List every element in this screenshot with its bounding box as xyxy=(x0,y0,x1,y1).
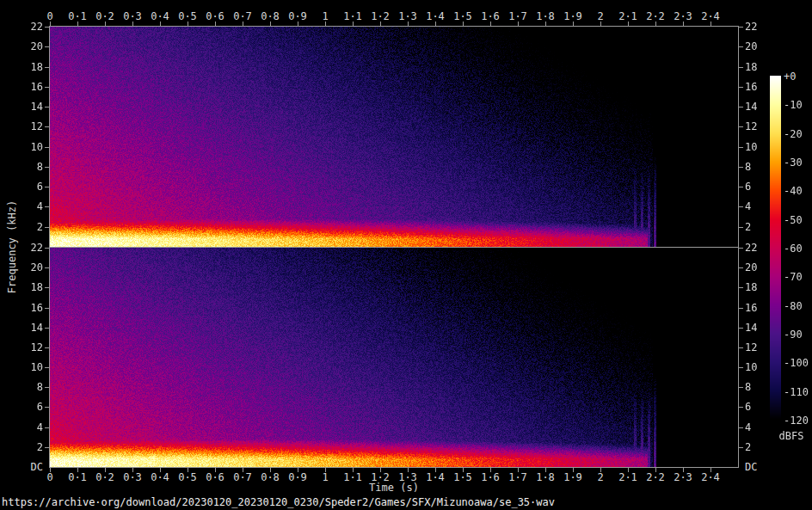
freq-tick-left xyxy=(45,347,49,348)
freq-tick-label-left: 14 xyxy=(15,323,43,333)
freq-tick-left xyxy=(45,447,49,448)
freq-tick-label-left: 2 xyxy=(15,222,43,232)
freq-tick-label-left: 6 xyxy=(15,402,43,412)
time-axis-label: Time (s) xyxy=(369,482,419,494)
freq-tick-label-left: 20 xyxy=(15,41,43,52)
time-tick-label-top: 2·4 xyxy=(690,11,731,22)
freq-tick-right xyxy=(739,367,743,368)
freq-tick-right xyxy=(739,407,743,408)
freq-tick-label-left: 14 xyxy=(15,101,43,112)
freq-dc-label-left: DC xyxy=(15,462,43,472)
freq-dc-label-right: DC xyxy=(745,462,773,472)
freq-tick-right xyxy=(739,67,743,68)
freq-tick-label-left: 2 xyxy=(15,442,43,452)
freq-tick-right xyxy=(739,347,743,348)
plot-left-border xyxy=(49,26,50,468)
freq-tick-right xyxy=(739,187,743,187)
freq-tick-left xyxy=(45,248,49,249)
freq-tick-left xyxy=(45,227,49,228)
freq-tick-label-left: 8 xyxy=(15,382,43,392)
freq-tick-left xyxy=(45,427,49,428)
freq-tick-right xyxy=(739,46,743,47)
freq-tick-right xyxy=(739,387,743,388)
freq-tick-label-left: 18 xyxy=(15,282,43,292)
freq-tick-label-left: 16 xyxy=(15,82,43,92)
freq-tick-right xyxy=(739,87,743,88)
colorbar-tick-label: -120 xyxy=(784,415,812,426)
freq-tick-label-right: 4 xyxy=(745,422,773,433)
colorbar-tick-label: -90 xyxy=(784,329,812,340)
channel-divider-line xyxy=(49,247,739,248)
freq-tick-label-left: 6 xyxy=(15,181,43,192)
colorbar-tick-label: -30 xyxy=(784,157,812,168)
colorbar-tick-label: -60 xyxy=(784,243,812,254)
freq-tick-label-left: 4 xyxy=(15,201,43,212)
colorbar-tick-label: -50 xyxy=(784,215,812,225)
freq-tick-left xyxy=(45,308,49,309)
freq-tick-label-left: 12 xyxy=(15,121,43,132)
spectrogram-page: Frequency (kHz) 000·10·10·20·20·30·30·40… xyxy=(0,0,812,510)
freq-tick-right xyxy=(739,427,743,428)
freq-tick-label-left: 12 xyxy=(15,342,43,353)
freq-tick-left xyxy=(45,167,49,168)
freq-tick-label-right: 2 xyxy=(745,442,773,452)
freq-tick-right xyxy=(739,267,743,268)
freq-tick-right xyxy=(739,308,743,309)
freq-tick-right xyxy=(739,447,743,448)
freq-tick-right xyxy=(739,206,743,207)
spectrogram-channel-2 xyxy=(50,248,738,467)
freq-tick-left xyxy=(45,46,49,47)
plot-top-border xyxy=(49,26,739,27)
freq-tick-right xyxy=(739,167,743,168)
freq-tick-right xyxy=(739,287,743,288)
freq-tick-label-left: 4 xyxy=(15,422,43,433)
freq-tick-label-left: 10 xyxy=(15,362,43,372)
freq-tick-left xyxy=(45,387,49,388)
freq-tick-left xyxy=(45,367,49,368)
time-tick-label-bottom: 2·4 xyxy=(690,472,731,482)
freq-tick-left xyxy=(45,27,49,28)
freq-tick-label-left: 16 xyxy=(15,303,43,313)
footer-url: https://archive·org/download/20230120_20… xyxy=(2,497,555,508)
colorbar-tick-label: +0 xyxy=(784,71,812,82)
plot-right-border xyxy=(738,26,739,468)
freq-tick-left xyxy=(45,107,49,108)
freq-tick-right xyxy=(739,126,743,127)
freq-tick-right xyxy=(739,227,743,228)
plot-bottom-border xyxy=(49,467,739,468)
freq-tick-left xyxy=(45,407,49,408)
freq-tick-right xyxy=(739,328,743,329)
freq-tick-left xyxy=(45,126,49,127)
freq-tick-label-left: 22 xyxy=(15,243,43,253)
colorbar-tick-label: -70 xyxy=(784,272,812,282)
freq-tick-left xyxy=(45,67,49,68)
colorbar-tick-label: -80 xyxy=(784,301,812,311)
colorbar-tick-label: -100 xyxy=(784,358,812,368)
spectrogram-channel-1 xyxy=(50,27,738,247)
freq-tick-label-left: 10 xyxy=(15,142,43,152)
colorbar-tick-label: -40 xyxy=(784,186,812,196)
freq-tick-label-left: 20 xyxy=(15,262,43,273)
colorbar-tick-label: -20 xyxy=(784,129,812,139)
freq-tick-left xyxy=(45,328,49,329)
freq-tick-label-left: 18 xyxy=(15,62,43,72)
freq-tick-left xyxy=(45,87,49,88)
colorbar-unit-label: dBFS xyxy=(772,430,811,442)
freq-tick-label-right: 20 xyxy=(745,41,773,52)
colorbar-tick-label: -110 xyxy=(784,387,812,397)
freq-tick-right xyxy=(739,107,743,108)
freq-tick-left xyxy=(45,287,49,288)
freq-tick-right xyxy=(739,147,743,148)
freq-tick-right xyxy=(739,248,743,249)
colorbar-tick-label: -10 xyxy=(784,100,812,110)
freq-tick-label-right: 22 xyxy=(745,22,773,32)
freq-tick-left xyxy=(45,206,49,207)
freq-tick-label-left: 22 xyxy=(15,22,43,32)
freq-tick-right xyxy=(739,27,743,28)
freq-tick-left xyxy=(45,147,49,148)
freq-tick-label-right: 18 xyxy=(745,62,773,72)
freq-tick-left xyxy=(45,187,49,187)
freq-tick-left xyxy=(45,267,49,268)
freq-tick-label-left: 8 xyxy=(15,162,43,172)
colorbar-gradient xyxy=(770,76,781,420)
